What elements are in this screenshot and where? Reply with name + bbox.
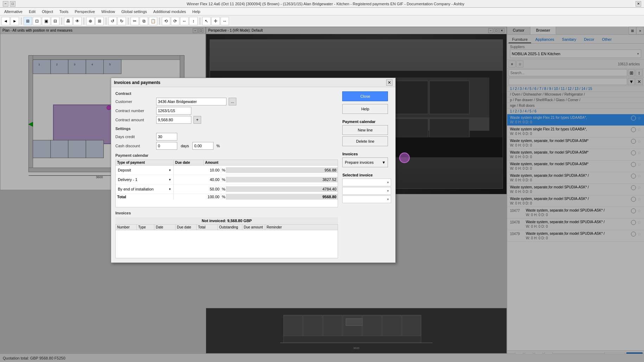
modal-close-btn[interactable]: ✕	[386, 79, 393, 86]
payment-total-pct: 100.00	[204, 194, 221, 200]
invoices-section: Invoices Not invoiced: 9,568.80 GBP Numb…	[115, 211, 338, 258]
payment-row-3: By end of installation ▼ 50.00 % 4784.40	[116, 185, 338, 194]
forward-btn[interactable]: ►	[11, 17, 19, 25]
3d-btn[interactable]: ▣	[42, 17, 50, 25]
payment-row-4: Total 100.00 % 9568.80	[116, 194, 338, 200]
invoices-right-label: Invoices	[342, 152, 391, 156]
select-btn[interactable]: ↖	[202, 17, 211, 25]
menu-global-settings[interactable]: Global settings	[119, 9, 150, 14]
sel-inv-arrow-2: ▼	[387, 189, 389, 193]
help-btn[interactable]: Help	[342, 104, 388, 114]
modal-body: Contract Customer ... Contract number Co…	[111, 87, 395, 263]
selected-invoice-dropdown-2[interactable]: ▼	[342, 187, 391, 195]
not-invoiced-bar: Not invoiced: 9,568.80 GBP	[115, 217, 338, 225]
payment-type-3: By end of installation ▼	[116, 185, 174, 194]
customer-row: Customer ...	[115, 98, 338, 105]
contract-number-row: Contract number	[115, 107, 338, 115]
modal-left: Contract Customer ... Contract number Co…	[115, 91, 338, 258]
new-line-btn[interactable]: New line	[342, 125, 388, 135]
settings-label: Settings	[115, 127, 338, 131]
invoices-label: Invoices	[115, 211, 338, 215]
close-modal-btn[interactable]: Close	[342, 91, 388, 101]
flip-v-btn[interactable]: ↕	[189, 17, 198, 25]
payment-table-header: Type of payment Due date Amount	[115, 160, 338, 165]
undo-btn[interactable]: ↺	[108, 17, 117, 25]
payment-table-body: Deposit ▼ 10.00 % 956.88	[115, 165, 338, 207]
payment-amount-3: 4784.40	[226, 186, 338, 192]
dimension-btn[interactable]: ↔	[221, 17, 229, 25]
menu-additional-modules[interactable]: Additional modules	[151, 9, 189, 14]
redo-btn[interactable]: ↻	[117, 17, 126, 25]
menu-alternative[interactable]: Alternative	[1, 9, 25, 14]
menu-object[interactable]: Object	[39, 9, 56, 14]
menu-help[interactable]: Help	[190, 9, 203, 14]
settings-section: Settings Days credit Cash discount days …	[115, 127, 338, 150]
payment-type-1: Deposit ▼	[116, 166, 174, 175]
pct-sign: %	[216, 144, 220, 148]
customer-input[interactable]	[156, 98, 227, 105]
detail-btn[interactable]: ⊟	[51, 17, 59, 25]
back-btn[interactable]: ◄	[1, 17, 10, 25]
discount-pct-input[interactable]	[192, 142, 213, 150]
contract-amount-input[interactable]	[156, 116, 191, 124]
plan-view-btn[interactable]: ⊞	[24, 17, 32, 25]
modal-right-buttons: Close Help Payment calendar New line Del…	[342, 91, 391, 258]
maximize-btn[interactable]: □	[10, 1, 15, 7]
payment-total-label: Total	[116, 194, 174, 200]
menu-edit[interactable]: Edit	[26, 9, 38, 14]
payment-pct-3: 50.00	[204, 186, 221, 192]
col-outstanding: Outstanding	[218, 225, 242, 230]
rotate-left-btn[interactable]: ⟲	[162, 17, 170, 25]
selected-invoice-dropdown-1[interactable]: ▼	[342, 179, 391, 186]
rotate-right-btn[interactable]: ⟳	[171, 17, 179, 25]
contract-number-input[interactable]	[156, 107, 191, 115]
invoices-right: Invoices Prepare invoices ▼	[342, 152, 391, 167]
delete-line-btn[interactable]: Delete line	[342, 136, 388, 146]
payment-total-amount: 9568.80	[226, 194, 338, 200]
invoices-table-body	[115, 230, 338, 258]
col-total: Total	[197, 225, 218, 230]
contract-amount-btn[interactable]: +	[193, 116, 201, 124]
days-credit-label: Days credit	[115, 135, 154, 139]
selected-invoice-dropdown-3[interactable]: ▼	[342, 195, 391, 203]
type-dropdown-arrow-2: ▼	[168, 178, 171, 181]
title-text: Winner Flex 12.4a6 (Oct 11 2024) [300094…	[15, 2, 636, 6]
invoices-payments-modal: Invoices and payments ✕ Contract Custome…	[111, 78, 396, 263]
copy-btn[interactable]: ⧉	[140, 17, 148, 25]
days-credit-row: Days credit	[115, 133, 338, 141]
payment-pct-sign-1: %	[221, 167, 226, 173]
menu-bar: Alternative Edit Object Tools Perspectiv…	[0, 8, 644, 15]
grid-btn[interactable]: ⊞	[95, 17, 104, 25]
payment-amount-1: 956.88	[226, 167, 338, 173]
preview-btn[interactable]: 👁	[73, 17, 82, 25]
selected-invoice-section: Selected invoice ▼ ▼ ▼	[342, 173, 391, 203]
contract-section: Contract Customer ... Contract number Co…	[115, 91, 338, 124]
days-credit-input[interactable]	[156, 133, 177, 141]
close-btn[interactable]: ✕	[636, 1, 641, 7]
menu-tools[interactable]: Tools	[57, 9, 71, 14]
move-btn[interactable]: ✛	[211, 17, 220, 25]
flip-h-btn[interactable]: ↔	[180, 17, 189, 25]
prepare-invoices-btn[interactable]: Prepare invoices ▼	[342, 157, 388, 167]
payment-calendar-right: Payment calendar New line Delete line	[342, 119, 391, 146]
menu-perspective[interactable]: Perspective	[72, 9, 97, 14]
modal-header: Invoices and payments ✕	[111, 78, 395, 87]
days-label: days	[181, 144, 189, 148]
toolbar: ◄ ► ⊞ ⊡ ▣ ⊟ 🖶 👁 ⊕ ⊞ ↺ ↻ ✂ ⧉ 📋 ⟲ ⟳ ↔ ↕ ↖ …	[0, 15, 644, 27]
cut-btn[interactable]: ✂	[130, 17, 139, 25]
paste-btn[interactable]: 📋	[149, 17, 157, 25]
payment-type-2: Delivery - 1 ▼	[116, 175, 174, 184]
cursor-indicator	[399, 153, 410, 163]
cash-discount-input[interactable]	[156, 142, 177, 150]
minimize-btn[interactable]: −	[3, 1, 8, 7]
sel-inv-arrow-3: ▼	[387, 198, 389, 201]
print-btn[interactable]: 🖶	[64, 17, 72, 25]
title-bar: − □ Winner Flex 12.4a6 (Oct 11 2024) [30…	[0, 0, 644, 8]
payment-pct-sign-2: %	[221, 177, 226, 182]
snap-btn[interactable]: ⊕	[86, 17, 95, 25]
menu-window[interactable]: Window	[98, 9, 118, 14]
elevation-btn[interactable]: ⊡	[33, 17, 41, 25]
customer-browse-btn[interactable]: ...	[229, 98, 236, 105]
payment-total-pct-sign: %	[221, 194, 226, 200]
type-dropdown-arrow-1: ▼	[168, 169, 171, 172]
